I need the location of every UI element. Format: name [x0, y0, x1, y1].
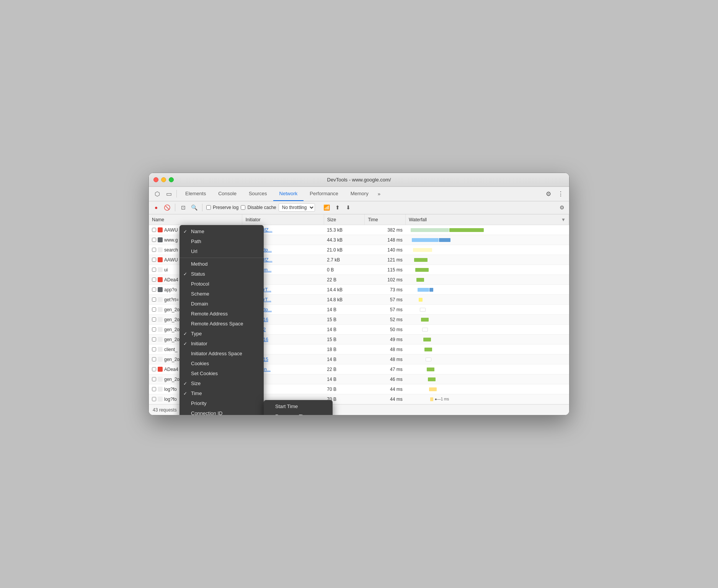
device-icon[interactable]: ▭	[163, 188, 174, 199]
net-settings-icon[interactable]: ⚙	[558, 203, 566, 212]
time-cell: 382 ms	[365, 225, 406, 235]
time-cell: 148 ms	[365, 235, 406, 245]
tab-console[interactable]: Console	[212, 186, 243, 201]
time-cell: 115 ms	[365, 265, 406, 275]
tab-network[interactable]: Network	[273, 186, 304, 201]
waterfall-cell: ●—1 ms	[406, 394, 569, 404]
waterfall-cell	[406, 225, 569, 235]
waterfall-cell	[406, 245, 569, 255]
time-cell: 73 ms	[365, 285, 406, 295]
waterfall-cell	[406, 384, 569, 394]
context-menu-item-method[interactable]: Method	[180, 259, 264, 269]
time-cell: 121 ms	[365, 255, 406, 265]
time-cell: 140 ms	[365, 245, 406, 255]
context-menu-item-connection_id[interactable]: Connection ID	[180, 408, 264, 416]
context-menu-item-set_cookies[interactable]: Set Cookies	[180, 369, 264, 379]
toolbar-divider-1	[176, 190, 177, 198]
size-cell: 22 B	[324, 275, 365, 285]
context-menu-item-type[interactable]: Type	[180, 329, 264, 339]
tab-performance[interactable]: Performance	[304, 186, 344, 201]
settings-icon[interactable]: ⚙	[543, 188, 554, 199]
time-cell: 52 ms	[365, 315, 406, 325]
col-time[interactable]: Time	[365, 214, 406, 225]
upload-icon[interactable]: ⬆	[333, 203, 342, 212]
time-cell: 46 ms	[365, 374, 406, 384]
main-tabs: Elements Console Sources Network Perform…	[179, 186, 542, 201]
context-menu-item-remote_address[interactable]: Remote Address	[180, 309, 264, 319]
time-cell: 48 ms	[365, 345, 406, 354]
size-cell: 0 B	[324, 265, 365, 275]
context-menu-item-initiator[interactable]: Initiator	[180, 339, 264, 349]
waterfall-submenu-item-response_time[interactable]: Response Time	[264, 412, 333, 416]
record-button[interactable]: ●	[152, 203, 160, 212]
tab-elements[interactable]: Elements	[179, 186, 212, 201]
traffic-lights	[153, 177, 174, 182]
col-size[interactable]: Size	[324, 214, 365, 225]
context-menu[interactable]: NamePathUrlMethodStatusProtocolSchemeDom…	[180, 225, 264, 416]
waterfall-cell	[406, 325, 569, 335]
tab-memory[interactable]: Memory	[344, 186, 375, 201]
time-cell: 49 ms	[365, 335, 406, 345]
wifi-icon[interactable]: 📶	[323, 203, 331, 212]
devtools-toolbar: ⬡ ▭ Elements Console Sources Network Per…	[149, 187, 569, 201]
context-menu-item-cookies[interactable]: Cookies	[180, 359, 264, 369]
size-cell: 14.4 kB	[324, 285, 365, 295]
size-cell: 15 B	[324, 315, 365, 325]
context-menu-item-path[interactable]: Path	[180, 237, 264, 247]
waterfall-cell	[406, 305, 569, 315]
minimize-button[interactable]	[161, 177, 166, 182]
context-menu-item-url[interactable]: Url	[180, 247, 264, 256]
waterfall-submenu: Start TimeResponse TimeEnd TimeTotal Dur…	[264, 400, 333, 416]
search-icon[interactable]: 🔍	[190, 203, 198, 212]
context-menu-item-domain[interactable]: Domain	[180, 299, 264, 309]
size-cell: 15.3 kB	[324, 225, 365, 235]
size-cell: 21.0 kB	[324, 245, 365, 255]
context-menu-item-scheme[interactable]: Scheme	[180, 289, 264, 299]
size-cell: 15 B	[324, 335, 365, 345]
context-menu-item-priority[interactable]: Priority	[180, 399, 264, 408]
request-count: 43 requests	[153, 407, 177, 413]
title-bar: DevTools - www.google.com/	[149, 173, 569, 187]
context-menu-item-name[interactable]: Name	[180, 227, 264, 237]
preserve-log-checkbox[interactable]: Preserve log	[206, 205, 238, 210]
net-divider-2	[202, 204, 202, 211]
size-cell: 18 B	[324, 345, 365, 354]
toolbar-right: ⚙ ⋮	[543, 188, 566, 199]
tab-sources[interactable]: Sources	[243, 186, 273, 201]
more-tabs-button[interactable]: »	[375, 191, 383, 197]
waterfall-cell	[406, 285, 569, 295]
waterfall-cell	[406, 354, 569, 364]
waterfall-cell	[406, 235, 569, 245]
cursor-icon[interactable]: ⬡	[152, 188, 163, 199]
net-divider-1	[175, 204, 175, 211]
size-cell: 14 B	[324, 354, 365, 364]
context-menu-item-status[interactable]: Status	[180, 269, 264, 279]
context-menu-item-time[interactable]: Time	[180, 389, 264, 399]
waterfall-cell	[406, 255, 569, 265]
time-cell: 102 ms	[365, 275, 406, 285]
time-cell: 50 ms	[365, 325, 406, 335]
waterfall-cell	[406, 364, 569, 374]
clear-button[interactable]: 🚫	[163, 203, 171, 212]
col-waterfall[interactable]: Waterfall ▼	[406, 214, 569, 225]
close-button[interactable]	[153, 177, 158, 182]
context-menu-item-protocol[interactable]: Protocol	[180, 279, 264, 289]
maximize-button[interactable]	[169, 177, 174, 182]
context-menu-item-initiator_address_space[interactable]: Initiator Address Space	[180, 349, 264, 359]
waterfall-submenu-item-start_time[interactable]: Start Time	[264, 402, 333, 412]
waterfall-cell	[406, 275, 569, 285]
throttle-select[interactable]: No throttling	[279, 203, 315, 212]
context-menu-item-remote_address_space[interactable]: Remote Address Space	[180, 319, 264, 329]
waterfall-cell	[406, 374, 569, 384]
more-options-icon[interactable]: ⋮	[555, 188, 566, 199]
disable-cache-checkbox[interactable]: Disable cache	[241, 205, 276, 210]
col-name[interactable]: Name	[149, 214, 242, 225]
filter-icon[interactable]: ⊡	[179, 203, 188, 212]
download-icon[interactable]: ⬇	[344, 203, 352, 212]
time-cell: 57 ms	[365, 305, 406, 315]
context-menu-item-size[interactable]: Size	[180, 379, 264, 389]
waterfall-cell	[406, 315, 569, 325]
col-initiator[interactable]: Initiator	[242, 214, 324, 225]
size-cell: 14 B	[324, 305, 365, 315]
waterfall-cell	[406, 295, 569, 305]
